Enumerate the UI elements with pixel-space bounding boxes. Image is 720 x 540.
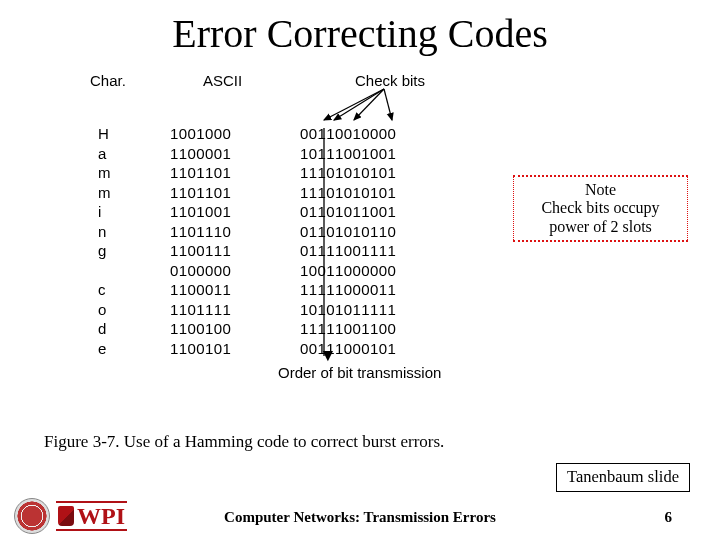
cell-ascii: 1101001	[170, 203, 300, 220]
svg-line-3	[384, 89, 392, 120]
cell-ascii: 1100100	[170, 320, 300, 337]
order-arrow-icon	[315, 126, 333, 366]
col-header-ascii: ASCII	[203, 72, 242, 89]
cell-ascii: 1100001	[170, 145, 300, 162]
cell-char: i	[80, 203, 170, 220]
svg-line-0	[324, 89, 384, 120]
cell-char: a	[80, 145, 170, 162]
cell-ascii: 1101111	[170, 301, 300, 318]
cell-ascii: 1001000	[170, 125, 300, 142]
cell-ascii: 0100000	[170, 262, 300, 279]
table-row: o110111110101011111	[80, 301, 460, 321]
slide-title: Error Correcting Codes	[0, 10, 720, 57]
table-row: n110111001101010110	[80, 223, 460, 243]
cell-char: m	[80, 184, 170, 201]
table-row: 010000010011000000	[80, 262, 460, 282]
footer-title: Computer Networks: Transmission Errors	[0, 509, 720, 526]
note-line1: Check bits occupy	[518, 199, 683, 217]
cell-char: H	[80, 125, 170, 142]
cell-char: m	[80, 164, 170, 181]
data-table: H100100000110010000a110000110111001001m1…	[80, 125, 460, 359]
cell-char: c	[80, 281, 170, 298]
figure-caption: Figure 3-7. Use of a Hamming code to cor…	[44, 432, 444, 452]
credit-box: Tanenbaum slide	[556, 463, 690, 492]
table-row: a110000110111001001	[80, 145, 460, 165]
table-row: d110010011111001100	[80, 320, 460, 340]
cell-ascii: 1100111	[170, 242, 300, 259]
table-row: g110011101111001111	[80, 242, 460, 262]
cell-char: o	[80, 301, 170, 318]
note-heading: Note	[518, 181, 683, 199]
table-row: e110010100111000101	[80, 340, 460, 360]
hamming-diagram: Char. ASCII Check bits H1001000001100100…	[80, 72, 520, 104]
credit-text: Tanenbaum slide	[567, 467, 679, 486]
slide: Error Correcting Codes Char. ASCII Check…	[0, 0, 720, 540]
table-row: c110001111111000011	[80, 281, 460, 301]
cell-ascii: 1100011	[170, 281, 300, 298]
table-row: H100100000110010000	[80, 125, 460, 145]
check-bit-arrows-icon	[318, 86, 468, 128]
cell-ascii: 1101101	[170, 184, 300, 201]
table-row: m110110111101010101	[80, 164, 460, 184]
cell-char: d	[80, 320, 170, 337]
cell-char: e	[80, 340, 170, 357]
table-row: i110100101101011001	[80, 203, 460, 223]
cell-char: g	[80, 242, 170, 259]
page-number: 6	[665, 509, 673, 526]
cell-ascii: 1101110	[170, 223, 300, 240]
col-header-char: Char.	[90, 72, 126, 89]
note-callout: Note Check bits occupy power of 2 slots	[513, 175, 688, 242]
note-line2: power of 2 slots	[518, 218, 683, 236]
cell-ascii: 1101101	[170, 164, 300, 181]
cell-ascii: 1100101	[170, 340, 300, 357]
table-row: m110110111101010101	[80, 184, 460, 204]
cell-char: n	[80, 223, 170, 240]
